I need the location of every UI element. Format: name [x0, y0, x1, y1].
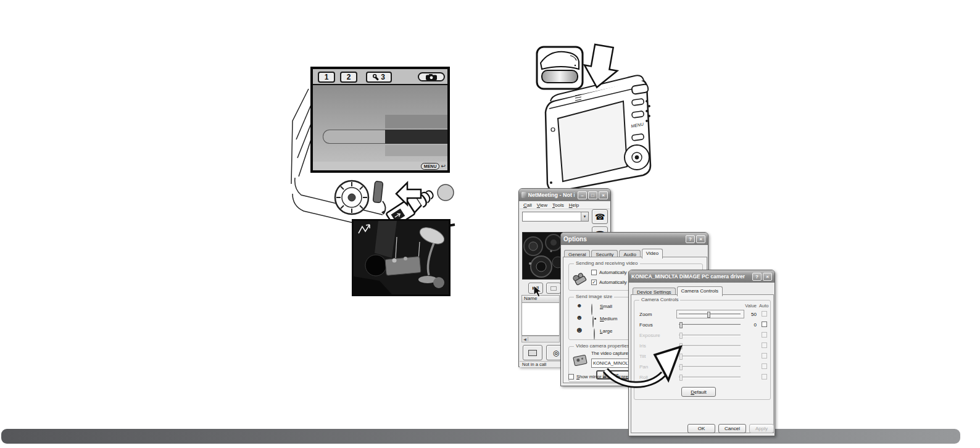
lcd-menu-option-row[interactable]	[385, 115, 447, 128]
window-title: NetMeeting - Not in a ...	[528, 192, 575, 198]
lcd-menu-option-row[interactable]	[385, 145, 447, 156]
value-column-header: Value	[741, 303, 757, 309]
participants-list[interactable]	[521, 303, 560, 336]
close-button[interactable]: ×	[599, 191, 608, 199]
lcd-tab-1[interactable]: 1	[318, 72, 335, 83]
netmeeting-app-icon	[521, 192, 526, 198]
person-large-icon: ☻	[575, 325, 584, 334]
auto-send-checkbox[interactable]	[591, 270, 597, 275]
exposure-slider	[679, 334, 741, 336]
maximize-button[interactable]: □	[588, 191, 597, 199]
size-small-label[interactable]: Small	[600, 304, 612, 309]
mouse-cursor-icon	[533, 285, 542, 297]
lcd-selected-item-value[interactable]	[385, 130, 447, 144]
group-label: Sending and receiving video	[574, 260, 640, 266]
share-program-button[interactable]	[523, 345, 542, 360]
menu-help[interactable]: Help	[569, 202, 579, 208]
return-icon: ↩	[441, 163, 446, 169]
minimize-button[interactable]: –	[578, 191, 587, 199]
control-value: 50	[743, 312, 757, 317]
iris-slider	[679, 345, 741, 347]
camera-lens-photo	[523, 233, 563, 279]
source-to-driver-arrow-icon	[602, 339, 685, 392]
monitor-share-icon	[528, 350, 537, 356]
control-value: 0	[743, 322, 757, 328]
zoom-slider[interactable]	[679, 313, 741, 315]
focus-auto-checkbox[interactable]	[762, 321, 767, 327]
horizontal-scrollbar[interactable]: ◀	[521, 336, 560, 342]
help-button[interactable]: ?	[752, 273, 762, 281]
group-label: Camera Controls	[639, 297, 680, 302]
video-camera-icon	[573, 272, 588, 286]
phone-icon: ☎	[595, 212, 605, 222]
place-call-button[interactable]: ☎	[592, 209, 608, 224]
slider-thumb[interactable]	[679, 322, 683, 328]
zoom-auto-checkbox[interactable]	[762, 311, 767, 317]
default-button[interactable]: Default	[681, 387, 716, 397]
size-medium-label[interactable]: Medium	[600, 316, 617, 321]
menu-tools[interactable]: Tools	[552, 202, 564, 208]
focus-slider[interactable]	[679, 324, 741, 326]
menu-call[interactable]: Call	[523, 202, 532, 208]
auto-receive-checkbox[interactable]: ✓	[591, 280, 597, 285]
chevron-down-icon[interactable]: ▼	[581, 212, 588, 221]
group-label: Send image size	[574, 294, 614, 299]
dialog-title: KONICA_MINOLTA DiMAGE PC camera driver	[631, 273, 745, 280]
driver-titlebar[interactable]: KONICA_MINOLTA DiMAGE PC camera driver ?…	[629, 270, 774, 283]
lcd-tab-setup-3[interactable]: 3	[366, 72, 392, 83]
menu-view[interactable]: View	[537, 202, 547, 208]
lcd-selected-item-label[interactable]	[323, 130, 385, 144]
slider-thumb[interactable]	[707, 312, 710, 318]
control-label: Zoom	[639, 312, 652, 317]
size-large-radio[interactable]	[594, 328, 595, 340]
roll-slider	[679, 376, 741, 378]
lcd-tab-2[interactable]: 2	[340, 72, 357, 83]
check-icon: ✓	[592, 280, 596, 285]
person-small-icon: ☻	[576, 302, 582, 309]
control-label: Exposure	[639, 333, 660, 338]
camera-lcd-menu: 1 2 3 MENU ↩	[310, 67, 450, 173]
picture-in-picture-button[interactable]	[546, 283, 561, 294]
finger-on-shutter-inset	[537, 47, 583, 89]
lcd-menu-key-hint: MENU	[421, 163, 440, 170]
netmeeting-menubar: Call View Tools Help	[520, 201, 610, 209]
close-button[interactable]: ×	[763, 273, 772, 281]
address-combobox[interactable]: ▼	[522, 212, 589, 222]
video-preview	[522, 232, 564, 280]
netmeeting-titlebar[interactable]: NetMeeting - Not in a ... – □ ×	[519, 189, 610, 201]
options-titlebar[interactable]: Options ? ×	[561, 233, 708, 245]
button-callout-circle	[438, 185, 454, 201]
lcd-record-mode-button[interactable]	[418, 72, 445, 81]
pan-slider	[679, 366, 741, 368]
pan-auto-checkbox	[762, 363, 767, 369]
tilt-auto-checkbox	[762, 353, 767, 359]
pip-icon	[550, 286, 557, 291]
camera-icon	[426, 74, 437, 80]
size-small-radio[interactable]	[591, 304, 592, 315]
tab-camera-controls[interactable]: Camera Controls	[677, 286, 723, 296]
lcd-bottom-bar: MENU ↩	[313, 162, 447, 170]
control-row-focus: Focus 0	[634, 321, 771, 329]
exposure-auto-checkbox	[762, 332, 767, 338]
scroll-left-icon[interactable]: ◀	[522, 337, 528, 341]
person-medium-icon: ☻	[576, 313, 583, 321]
control-label: Focus	[639, 322, 653, 328]
ok-button[interactable]: OK	[687, 424, 715, 433]
lcd-tab-bar: 1 2 3	[313, 69, 447, 85]
size-medium-radio[interactable]	[592, 316, 594, 328]
size-large-label[interactable]: Large	[600, 328, 612, 334]
mirror-image-checkbox[interactable]	[568, 374, 574, 380]
preview-photo-inset	[352, 219, 451, 296]
shutter-button-drawing	[542, 70, 578, 83]
auto-column-header: Auto	[759, 303, 768, 309]
apply-button[interactable]: Apply	[749, 424, 774, 433]
tab-video[interactable]: Video	[642, 249, 663, 259]
close-button[interactable]: ×	[696, 235, 705, 243]
camera-shutter-illustration: MENU	[518, 37, 660, 191]
iris-auto-checkbox	[762, 342, 767, 348]
lcd-menu-body	[313, 85, 447, 162]
control-row-zoom: Zoom 50	[634, 310, 771, 318]
page-footer-bar	[1, 429, 960, 444]
help-button[interactable]: ?	[686, 235, 695, 243]
cancel-button[interactable]: Cancel	[718, 424, 746, 433]
